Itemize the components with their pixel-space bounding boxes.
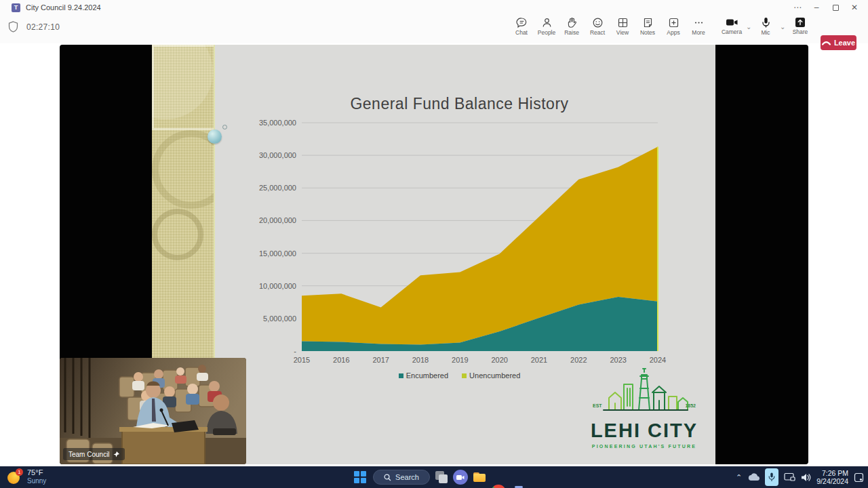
svg-text:2022: 2022 bbox=[570, 356, 587, 364]
legend-item-encumbered: Encumbered bbox=[399, 371, 448, 380]
svg-text:2020: 2020 bbox=[491, 356, 507, 364]
search-label: Search bbox=[395, 473, 419, 481]
tray-chevron-up-icon[interactable]: ⌃ bbox=[736, 473, 742, 482]
start-button[interactable] bbox=[354, 471, 366, 483]
clock-date: 9/24/2024 bbox=[816, 477, 848, 485]
mic-chevron-down-icon[interactable]: ⌄ bbox=[780, 23, 785, 30]
svg-text:2015: 2015 bbox=[294, 356, 310, 364]
chrome-icon[interactable] bbox=[491, 485, 506, 488]
svg-text:10,000,000: 10,000,000 bbox=[259, 282, 296, 290]
window-titlebar: T City Council 9.24.2024 ⋯ – ✕ bbox=[0, 0, 868, 15]
notification-center-icon[interactable] bbox=[854, 472, 864, 483]
svg-text:EST: EST bbox=[593, 403, 602, 408]
svg-text:2024: 2024 bbox=[650, 356, 666, 364]
meeting-timer: 02:27:10 bbox=[26, 22, 60, 32]
onedrive-cloud-icon[interactable] bbox=[747, 473, 760, 481]
meeting-toolbar: 02:27:10 Chat People Raise React View No… bbox=[0, 15, 868, 43]
speaker-icon[interactable] bbox=[801, 473, 811, 482]
svg-text:2018: 2018 bbox=[412, 356, 429, 364]
mic-icon bbox=[760, 17, 772, 28]
camera-icon bbox=[726, 17, 738, 28]
raise-hand-icon bbox=[566, 17, 578, 28]
cast-display-icon[interactable] bbox=[784, 472, 795, 482]
raise-hand-button[interactable]: Raise bbox=[558, 17, 585, 36]
svg-text:2023: 2023 bbox=[610, 356, 626, 364]
chat-button[interactable]: Chat bbox=[508, 17, 535, 36]
svg-text:-: - bbox=[294, 347, 296, 355]
notes-button[interactable]: Notes bbox=[634, 17, 661, 36]
camera-chevron-down-icon[interactable]: ⌄ bbox=[746, 23, 751, 30]
file-explorer-icon[interactable] bbox=[472, 470, 487, 485]
mic-button[interactable]: Mic bbox=[752, 17, 779, 36]
fund-balance-area-chart: -5,000,00010,000,00015,000,00020,000,000… bbox=[258, 112, 671, 369]
share-screen-icon bbox=[795, 17, 806, 28]
meeting-shield-icon bbox=[8, 21, 18, 33]
weather-widget[interactable]: 1 75°F Sunny bbox=[7, 468, 46, 485]
more-dots-icon bbox=[693, 17, 705, 28]
chart-title: General Fund Balance History bbox=[261, 95, 658, 113]
svg-text:25,000,000: 25,000,000 bbox=[259, 184, 296, 192]
svg-text:20,000,000: 20,000,000 bbox=[259, 216, 296, 224]
mic-in-use-indicator[interactable] bbox=[765, 468, 778, 486]
apps-plus-icon bbox=[668, 17, 679, 28]
window-title: City Council 9.24.2024 bbox=[26, 3, 101, 12]
tray-mic-icon bbox=[768, 472, 775, 482]
svg-text:1852: 1852 bbox=[685, 403, 696, 408]
svg-text:2016: 2016 bbox=[333, 356, 349, 364]
search-icon bbox=[384, 474, 391, 481]
webcam-video[interactable]: Team Council bbox=[60, 358, 246, 464]
svg-text:2017: 2017 bbox=[372, 356, 389, 364]
legend-item-unencumbered: Unencumbered bbox=[462, 371, 520, 380]
chat-icon bbox=[516, 17, 528, 28]
window-more-icon[interactable]: ⋯ bbox=[788, 1, 807, 14]
unencumbered-swatch bbox=[462, 373, 467, 378]
react-button[interactable]: React bbox=[584, 17, 611, 36]
teams-app-icon: T bbox=[12, 3, 20, 12]
notes-icon bbox=[642, 17, 654, 28]
svg-text:2019: 2019 bbox=[452, 356, 468, 364]
people-button[interactable]: People bbox=[533, 17, 560, 36]
weather-badge: 1 bbox=[16, 468, 23, 476]
shared-screen-stage[interactable]: General Fund Balance History -5,000,0001… bbox=[60, 45, 808, 464]
hangup-phone-icon bbox=[822, 41, 831, 45]
pin-icon bbox=[113, 451, 119, 458]
video-meet-app-icon[interactable] bbox=[453, 470, 468, 485]
lehi-city-logo: EST 1852 LEHI CITY PIONEERING UTAH'S FUT… bbox=[583, 368, 705, 449]
svg-text:2021: 2021 bbox=[531, 356, 547, 364]
logo-tagline: PIONEERING UTAH'S FUTURE bbox=[583, 444, 705, 449]
react-smiley-icon bbox=[592, 17, 604, 28]
share-button[interactable]: Share bbox=[787, 17, 814, 35]
teams-window: T City Council 9.24.2024 ⋯ – ✕ 02:27:10 … bbox=[0, 0, 868, 488]
more-button[interactable]: More bbox=[685, 17, 712, 36]
webcam-name-label: Team Council bbox=[63, 448, 125, 460]
clock-time: 7:26 PM bbox=[816, 469, 848, 477]
encumbered-swatch bbox=[399, 373, 403, 378]
svg-text:35,000,000: 35,000,000 bbox=[259, 119, 296, 127]
lehi-skyline-icon: EST 1852 bbox=[589, 368, 700, 418]
snip-app-icon[interactable] bbox=[434, 470, 449, 485]
weather-temp: 75°F bbox=[27, 468, 46, 476]
leave-button[interactable]: Leave bbox=[821, 35, 856, 50]
taskbar-clock[interactable]: 7:26 PM 9/24/2024 bbox=[816, 469, 848, 485]
people-icon bbox=[541, 17, 553, 28]
apps-button[interactable]: Apps bbox=[660, 17, 687, 36]
close-icon[interactable]: ✕ bbox=[845, 1, 864, 14]
svg-text:15,000,000: 15,000,000 bbox=[259, 249, 296, 258]
taskbar: 1 75°F Sunny Search T ⌃ bbox=[0, 466, 868, 488]
logo-name: LEHI CITY bbox=[583, 420, 705, 442]
minimize-icon[interactable]: – bbox=[807, 1, 826, 14]
slide-sphere-ornament bbox=[208, 129, 222, 144]
view-button[interactable]: View bbox=[609, 17, 636, 36]
taskbar-search[interactable]: Search bbox=[373, 470, 430, 485]
view-grid-icon bbox=[617, 17, 629, 28]
svg-text:5,000,000: 5,000,000 bbox=[263, 314, 296, 323]
svg-text:30,000,000: 30,000,000 bbox=[259, 151, 296, 159]
maximize-icon[interactable] bbox=[826, 1, 845, 14]
weather-sun-icon: 1 bbox=[7, 470, 22, 485]
slide-dot-ornament bbox=[222, 125, 227, 129]
camera-button[interactable]: Camera bbox=[718, 17, 745, 35]
weather-condition: Sunny bbox=[27, 477, 46, 485]
